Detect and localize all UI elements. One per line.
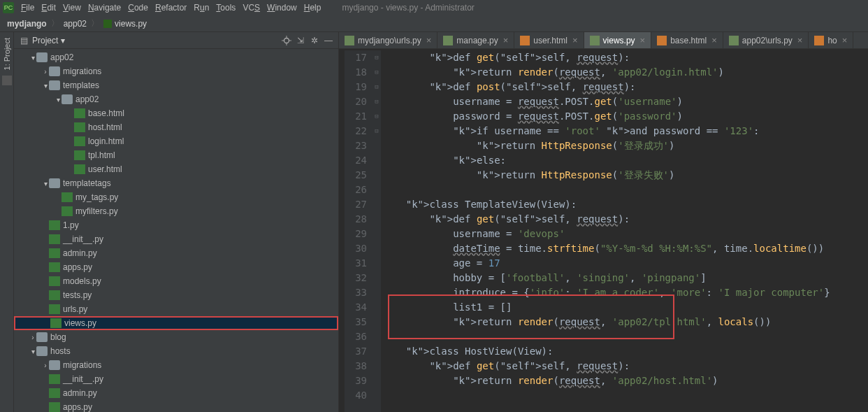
folder-open-icon [36, 346, 48, 356]
tree-arrow-icon[interactable]: ▾ [29, 54, 36, 62]
project-header: ▤ Project ▾ ⇲ ✲ — [14, 32, 338, 49]
tree-row-myfilters-py[interactable]: myfilters.py [14, 204, 338, 218]
py-file-icon [443, 36, 453, 45]
py-icon [49, 402, 60, 412]
rail-structure-icon[interactable] [2, 76, 12, 85]
close-icon[interactable]: × [711, 35, 717, 45]
tree-row-1-py[interactable]: 1.py [14, 218, 338, 232]
close-icon[interactable]: × [503, 35, 509, 45]
py-file-icon [345, 36, 354, 45]
tree-arrow-icon[interactable]: ▾ [42, 82, 49, 90]
menu-edit[interactable]: Edit [41, 3, 56, 13]
tab-label: base.html [670, 36, 707, 45]
tree-row-migrations[interactable]: ›migrations [14, 64, 338, 78]
fold-column[interactable]: ⊟⊟⊟⊟⊟⊟ [372, 50, 381, 412]
tree-row-user-html[interactable]: user.html [14, 162, 338, 176]
breadcrumb-root[interactable]: mydjango [4, 17, 50, 30]
py-icon [49, 234, 60, 244]
code-content[interactable]: "k">def get("self">self, request): "k">r… [381, 50, 868, 412]
menu-help[interactable]: Help [304, 3, 321, 13]
project-view-icon[interactable]: ▤ [18, 35, 29, 46]
tab-label: ho [827, 36, 837, 45]
folder-open-icon [49, 66, 60, 76]
tree-row-admin-py[interactable]: admin.py [14, 386, 338, 400]
tree-row-hosts[interactable]: ▾hosts [14, 344, 338, 358]
app-icon: PC [3, 2, 14, 13]
tab-label: manage.py [456, 36, 498, 45]
menu-refactor[interactable]: Refactor [155, 3, 187, 13]
collapse-icon[interactable]: ⇲ [295, 35, 306, 46]
project-title[interactable]: Project ▾ [32, 36, 278, 45]
tree-row-migrations[interactable]: ›migrations [14, 358, 338, 372]
tree-label: views.py [64, 318, 96, 328]
tree-arrow-icon[interactable]: ▾ [55, 96, 62, 104]
tree-row---init---py[interactable]: __init__.py [14, 232, 338, 246]
tab-user-html[interactable]: user.html× [514, 32, 584, 48]
close-icon[interactable]: × [797, 35, 803, 45]
html-icon [74, 136, 85, 146]
tree-label: 1.py [63, 220, 79, 230]
tree-row-tests-py[interactable]: tests.py [14, 288, 338, 302]
menu-window[interactable]: Window [267, 3, 297, 13]
breadcrumb-file[interactable]: views.py [101, 17, 150, 30]
py-icon [50, 318, 62, 328]
tree-row-app02[interactable]: ▾app02 [14, 92, 338, 106]
tree-row---init---py[interactable]: __init__.py [14, 372, 338, 386]
menu-navigate[interactable]: Navigate [88, 3, 121, 13]
tree-label: __init__.py [63, 234, 103, 244]
tab-label: mydjango\urls.py [358, 36, 421, 45]
menu-tools[interactable]: Tools [216, 3, 236, 13]
menu-vcs[interactable]: VCS [243, 3, 260, 13]
rail-project-tab[interactable]: 1: Project [1, 35, 13, 73]
tree-row-admin-py[interactable]: admin.py [14, 246, 338, 260]
tab-mydjango-urls-py[interactable]: mydjango\urls.py× [339, 32, 437, 48]
tree-label: templatetags [63, 178, 111, 188]
tree-row-templatetags[interactable]: ▾templatetags [14, 176, 338, 190]
tab-ho[interactable]: ho× [809, 32, 853, 48]
menu-code[interactable]: Code [128, 3, 148, 13]
folder-open-icon [36, 52, 48, 62]
menu-run[interactable]: Run [194, 3, 209, 13]
close-icon[interactable]: × [572, 35, 578, 45]
breadcrumb-app02[interactable]: app02 [61, 17, 89, 30]
tree-row-urls-py[interactable]: urls.py [14, 302, 338, 316]
tab-manage-py[interactable]: manage.py× [437, 32, 514, 48]
tree-arrow-icon[interactable]: ▾ [42, 180, 49, 187]
locate-icon[interactable] [281, 35, 292, 46]
tree-row-base-html[interactable]: base.html [14, 106, 338, 120]
editor-tabs: mydjango\urls.py×manage.py×user.html×vie… [339, 32, 868, 49]
menu-view[interactable]: View [63, 3, 81, 13]
tree-row-blog[interactable]: ›blog [14, 330, 338, 344]
tree-row-tpl-html[interactable]: tpl.html [14, 148, 338, 162]
project-tree[interactable]: ▾app02›migrations▾templates▾app02base.ht… [14, 49, 338, 412]
tree-arrow-icon[interactable]: › [29, 334, 36, 341]
hide-icon[interactable]: — [323, 35, 334, 46]
tab-base-html[interactable]: base.html× [651, 32, 723, 48]
html-file-icon [657, 36, 667, 45]
editor-area: mydjango\urls.py×manage.py×user.html×vie… [339, 32, 868, 412]
tree-arrow-icon[interactable]: › [42, 68, 49, 76]
py-icon [62, 192, 73, 202]
close-icon[interactable]: × [426, 35, 432, 45]
tab-app02-urls-py[interactable]: app02\urls.py× [723, 32, 809, 48]
tab-views-py[interactable]: views.py× [584, 32, 652, 48]
html-icon [74, 150, 85, 160]
py-icon [49, 276, 60, 286]
gear-icon[interactable]: ✲ [309, 35, 320, 46]
tree-row-templates[interactable]: ▾templates [14, 78, 338, 92]
tree-arrow-icon[interactable]: ▾ [29, 348, 36, 355]
tree-row-models-py[interactable]: models.py [14, 274, 338, 288]
tree-label: app02 [75, 94, 99, 104]
tree-row-my-tags-py[interactable]: my_tags.py [14, 190, 338, 204]
close-icon[interactable]: × [640, 35, 646, 45]
menu-file[interactable]: File [21, 3, 34, 13]
tree-arrow-icon[interactable]: › [42, 362, 49, 369]
tree-row-login-html[interactable]: login.html [14, 134, 338, 148]
tree-row-views-py[interactable]: views.py [14, 316, 338, 330]
tree-row-apps-py[interactable]: apps.py [14, 400, 338, 412]
code-editor[interactable]: 1718192021222324252627282930313233343536… [339, 50, 868, 412]
tree-row-host-html[interactable]: host.html [14, 120, 338, 134]
tree-row-app02[interactable]: ▾app02 [14, 50, 338, 64]
tree-row-apps-py[interactable]: apps.py [14, 260, 338, 274]
close-icon[interactable]: × [842, 35, 848, 45]
